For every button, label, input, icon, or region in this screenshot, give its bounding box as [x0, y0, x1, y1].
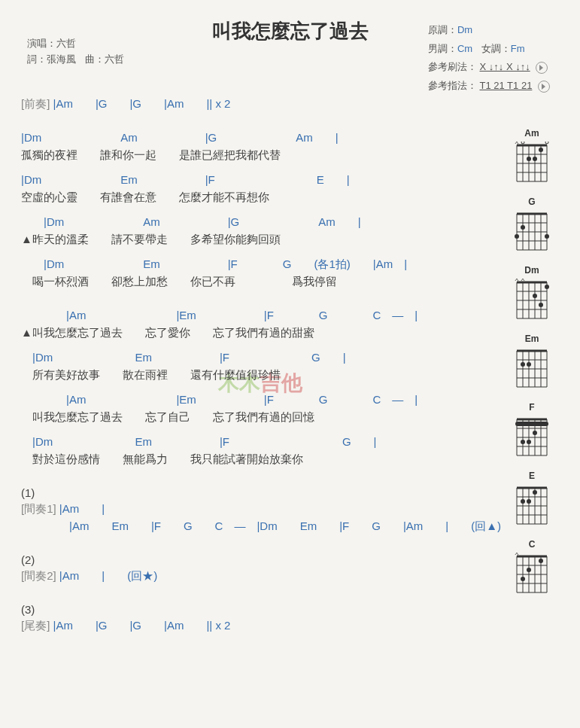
outro-chords: |Am |G |G |Am || x 2	[53, 619, 231, 632]
pick-pattern: T1 21 T1 21	[480, 80, 533, 91]
male-key-label: 男調：	[428, 43, 457, 54]
svg-point-29	[515, 234, 519, 239]
chorus-chords: |Am |Em |F G C — |	[21, 393, 491, 407]
chorus-chords: |Dm Em |F G |	[21, 435, 491, 449]
verse-chords: |Dm Am |G Am |	[21, 131, 491, 145]
section-num: (3)	[21, 603, 491, 616]
svg-point-46	[539, 303, 543, 307]
outro-line: [尾奏] |Am |G |G |Am || x 2	[21, 619, 491, 633]
svg-point-14	[539, 148, 543, 152]
male-key: Cm	[457, 43, 472, 54]
svg-point-88	[527, 499, 531, 504]
verse-chords: |Dm Em |F E |	[21, 173, 491, 187]
interlude-line: |Am Em |F G C — |Dm Em |F G |Am | (回▲)	[21, 519, 491, 534]
svg-point-16	[533, 157, 537, 161]
chord-diagram-f: F	[505, 402, 559, 457]
play-strum-icon[interactable]	[536, 62, 548, 74]
svg-text:X: X	[515, 553, 519, 556]
diagram-label: E	[529, 471, 535, 481]
chord-diagram-am: Am X	[505, 128, 559, 183]
verse-lyric: ▲昨天的溫柔 請不要帶走 多希望你能夠回頭	[21, 233, 491, 247]
svg-text:X: X	[515, 279, 519, 282]
verse-chords: |Dm Am |G Am |	[21, 215, 491, 230]
svg-point-101	[539, 559, 543, 563]
intro-line: [前奏] |Am |G |G |Am || x 2	[21, 97, 491, 111]
composer-label: 曲：	[85, 53, 105, 65]
interlude-line: [間奏1] |Am |	[21, 502, 491, 516]
orig-key-label: 原調：	[428, 24, 457, 35]
interlude-chords: |Am Em |F G C — |Dm Em |F G |Am | (回▲)	[69, 519, 501, 532]
chord-diagram-g: G	[505, 196, 559, 251]
lyricist-label: 詞：	[27, 53, 47, 65]
outro-label: [尾奏]	[21, 619, 50, 632]
chord-diagrams: Am X G Dm	[505, 128, 559, 594]
chorus-lyric: 叫我怎麼忘了過去 忘了自己 忘了我們有過的回憶	[21, 410, 491, 425]
svg-point-12	[521, 142, 524, 144]
performer-label: 演唱：	[27, 38, 56, 49]
verse-lyric: 喝一杯烈酒 卻愁上加愁 你已不再 爲我停留	[21, 275, 491, 289]
svg-point-45	[533, 294, 537, 298]
diagram-label: F	[529, 402, 534, 413]
svg-point-44	[545, 285, 549, 289]
svg-rect-71	[515, 422, 548, 426]
diagram-label: G	[528, 196, 535, 207]
svg-point-87	[521, 499, 525, 504]
chord-diagram-c: C X	[505, 539, 559, 594]
female-key-label: 女調：	[481, 43, 511, 54]
chorus-lyric: ▲叫我怎麼忘了過去 忘了愛你 忘了我們有過的甜蜜	[21, 326, 491, 340]
diagram-label: C	[529, 539, 536, 550]
meta-left: 演唱：六哲 詞：張海風 曲：六哲	[27, 36, 124, 68]
svg-point-74	[527, 440, 531, 444]
composer: 六哲	[105, 53, 124, 65]
svg-point-103	[521, 577, 525, 581]
diagram-label: Em	[525, 334, 539, 344]
svg-point-102	[527, 568, 531, 572]
svg-point-13	[545, 142, 548, 144]
svg-text:X: X	[521, 279, 525, 282]
chorus-lyric: 對於這份感情 無能爲力 我只能試著開始放棄你	[21, 452, 491, 467]
female-key: Fm	[511, 43, 525, 54]
performer: 六哲	[56, 38, 76, 49]
interlude-label: [間奏2]	[21, 569, 56, 582]
svg-point-15	[527, 157, 531, 161]
svg-point-73	[521, 440, 525, 444]
svg-point-86	[533, 490, 537, 495]
strum-label: 參考刷法：	[428, 61, 477, 72]
svg-point-72	[533, 431, 537, 435]
pick-label: 參考指法：	[428, 80, 477, 91]
svg-point-59	[527, 362, 531, 367]
interlude-chords: |Am | (回★)	[59, 569, 157, 582]
section-num: (2)	[21, 553, 491, 566]
chord-diagram-e: E	[505, 471, 559, 525]
chorus-chords: |Dm Em |F G |	[21, 351, 491, 365]
verse-lyric: 孤獨的夜裡 誰和你一起 是誰已經把我都代替	[21, 148, 491, 163]
intro-chords: |Am |G |G |Am || x 2	[53, 97, 231, 110]
diagram-label: Dm	[524, 265, 539, 276]
verse-lyric: 空虛的心靈 有誰會在意 怎麼才能不再想你	[21, 190, 491, 205]
orig-key: Dm	[457, 24, 472, 35]
chord-diagram-dm: Dm XX	[505, 265, 559, 320]
section-num: (1)	[21, 486, 491, 499]
chord-diagram-em: Em	[505, 334, 559, 388]
lyricist: 張海風	[47, 53, 76, 65]
interlude-line: [間奏2] |Am | (回★)	[21, 569, 491, 583]
svg-point-58	[521, 362, 525, 367]
interlude-label: [間奏1]	[21, 502, 56, 515]
svg-text:X: X	[515, 142, 519, 145]
intro-label: [前奏]	[21, 97, 50, 110]
verse-chords: |Dm Em |F G (各1拍) |Am |	[21, 257, 491, 272]
diagram-label: Am	[524, 128, 539, 139]
interlude-chords: |Am |	[59, 502, 105, 515]
chorus-lyric: 所有美好故事 散在雨裡 還有什麼值得珍惜	[21, 368, 491, 382]
strum-pattern: X ↓↑↓ X ↓↑↓	[480, 61, 530, 72]
svg-point-28	[521, 225, 525, 230]
play-pick-icon[interactable]	[538, 81, 550, 93]
meta-right: 原調：Dm 男調：Cm 女調：Fm 參考刷法： X ↓↑↓ X ↓↑↓ 參考指法…	[428, 21, 550, 96]
chorus-chords: |Am |Em |F G C — |	[21, 309, 491, 323]
svg-point-30	[545, 234, 549, 239]
